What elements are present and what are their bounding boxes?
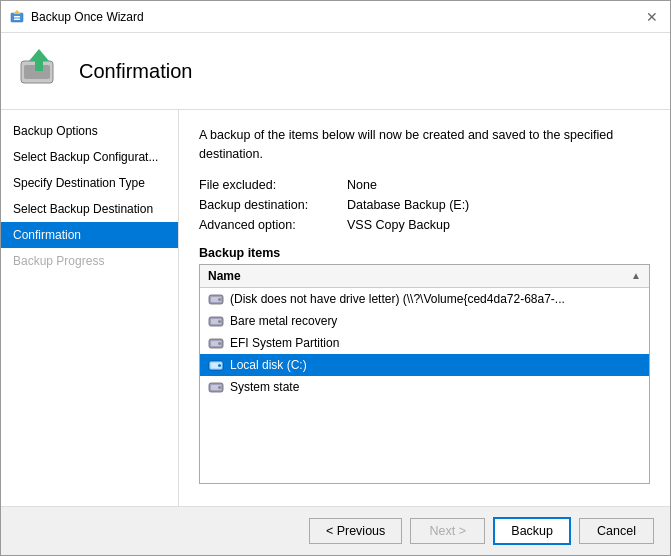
item-icon-system-state	[208, 379, 224, 395]
previous-button[interactable]: < Previous	[309, 518, 402, 544]
list-item-local-disk-c[interactable]: Local disk (C:)	[200, 354, 649, 376]
svg-point-11	[218, 298, 221, 301]
item-icon-local-disk-c	[208, 357, 224, 373]
info-row-advanced-option: Advanced option: VSS Copy Backup	[199, 218, 650, 232]
svg-point-17	[218, 342, 221, 345]
item-icon-efi-partition	[208, 335, 224, 351]
items-header-label: Name	[208, 269, 241, 283]
backup-button[interactable]: Backup	[493, 517, 571, 545]
wizard-header: Confirmation	[1, 33, 670, 110]
sidebar-item-select-backup-config[interactable]: Select Backup Configurat...	[1, 144, 178, 170]
item-label-efi-partition: EFI System Partition	[230, 336, 339, 350]
field-label-0: File excluded:	[199, 178, 339, 192]
wizard-title: Confirmation	[79, 60, 192, 83]
svg-rect-8	[35, 61, 43, 71]
svg-point-14	[218, 320, 221, 323]
svg-marker-6	[55, 57, 65, 77]
list-item-system-state[interactable]: System state	[200, 376, 649, 398]
sort-indicator: ▲	[631, 270, 641, 281]
sidebar-item-backup-options[interactable]: Backup Options	[1, 118, 178, 144]
header-icon	[17, 47, 65, 95]
info-row-file-excluded: File excluded: None	[199, 178, 650, 192]
wizard-window: Backup Once Wizard ✕ Confirmation Backup…	[0, 0, 671, 556]
item-label-system-state: System state	[230, 380, 299, 394]
sidebar: Backup Options Select Backup Configurat.…	[1, 110, 179, 506]
svg-point-23	[218, 386, 221, 389]
title-bar-left: Backup Once Wizard	[9, 9, 144, 25]
title-bar-title: Backup Once Wizard	[31, 10, 144, 24]
app-icon	[9, 9, 25, 25]
field-value-0: None	[347, 178, 377, 192]
field-value-1: Database Backup (E:)	[347, 198, 469, 212]
sidebar-item-confirmation[interactable]: Confirmation	[1, 222, 178, 248]
items-list: (Disk does not have drive letter) (\\?\V…	[200, 288, 649, 398]
field-label-1: Backup destination:	[199, 198, 339, 212]
cancel-button[interactable]: Cancel	[579, 518, 654, 544]
wizard-footer: < Previous Next > Backup Cancel	[1, 506, 670, 555]
list-item-disk-no-letter[interactable]: (Disk does not have drive letter) (\\?\V…	[200, 288, 649, 310]
svg-rect-2	[14, 16, 20, 18]
sidebar-item-specify-destination-type[interactable]: Specify Destination Type	[1, 170, 178, 196]
svg-marker-7	[29, 49, 49, 61]
svg-marker-1	[13, 10, 21, 14]
item-icon-disk-no-letter	[208, 291, 224, 307]
sidebar-item-select-backup-destination[interactable]: Select Backup Destination	[1, 196, 178, 222]
next-button[interactable]: Next >	[410, 518, 485, 544]
main-content: A backup of the items below will now be …	[179, 110, 670, 506]
list-item-bare-metal[interactable]: Bare metal recovery	[200, 310, 649, 332]
backup-items-section: Backup items Name ▲ (Disk does not have …	[199, 246, 650, 484]
info-table: File excluded: None Backup destination: …	[199, 178, 650, 232]
title-bar: Backup Once Wizard ✕	[1, 1, 670, 33]
backup-items-title: Backup items	[199, 246, 650, 260]
close-button[interactable]: ✕	[642, 10, 662, 24]
field-value-2: VSS Copy Backup	[347, 218, 450, 232]
item-label-local-disk-c: Local disk (C:)	[230, 358, 307, 372]
content-description: A backup of the items below will now be …	[199, 126, 650, 164]
svg-rect-3	[14, 18, 20, 20]
item-icon-bare-metal	[208, 313, 224, 329]
backup-items-box: Name ▲ (Disk does not have drive letter)…	[199, 264, 650, 484]
list-item-efi-partition[interactable]: EFI System Partition	[200, 332, 649, 354]
item-label-disk-no-letter: (Disk does not have drive letter) (\\?\V…	[230, 292, 565, 306]
item-label-bare-metal: Bare metal recovery	[230, 314, 337, 328]
sidebar-item-backup-progress: Backup Progress	[1, 248, 178, 274]
items-table-header: Name ▲	[200, 265, 649, 288]
field-label-2: Advanced option:	[199, 218, 339, 232]
wizard-body: Backup Options Select Backup Configurat.…	[1, 110, 670, 506]
info-row-backup-destination: Backup destination: Database Backup (E:)	[199, 198, 650, 212]
svg-point-20	[218, 364, 221, 367]
